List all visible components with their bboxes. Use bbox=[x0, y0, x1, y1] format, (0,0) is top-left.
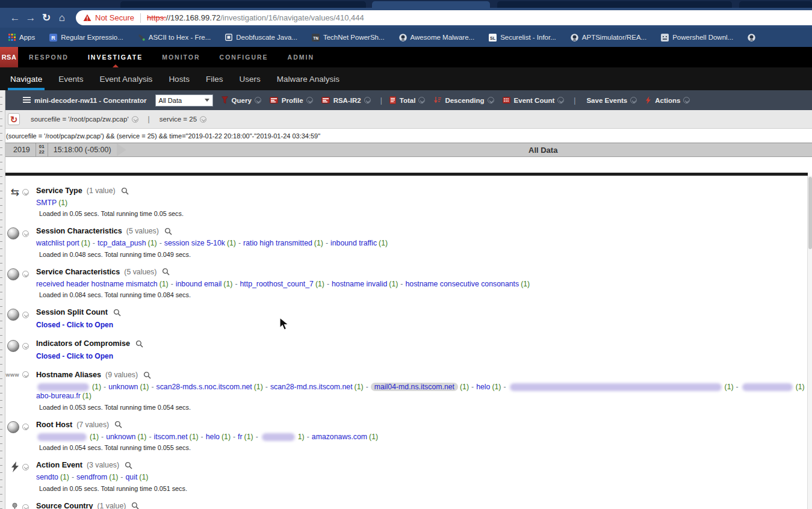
value-count[interactable]: (1) bbox=[92, 383, 101, 391]
meta-value-link[interactable]: inbound email bbox=[176, 280, 222, 288]
bookmark-item[interactable]: SLSecurelist - Infor... bbox=[489, 34, 556, 42]
browser-tab-active[interactable] bbox=[372, 1, 490, 8]
meta-value-link[interactable]: ratio high transmitted bbox=[243, 239, 312, 247]
meta-value-link[interactable]: fr bbox=[238, 433, 243, 441]
search-icon[interactable] bbox=[113, 309, 121, 316]
primary-nav-investigate[interactable]: INVESTIGATE bbox=[88, 47, 143, 67]
chevron-down-icon[interactable] bbox=[200, 116, 206, 123]
descending-button[interactable]: Descending bbox=[433, 96, 494, 104]
bookmark-item[interactable] bbox=[748, 34, 755, 42]
chevron-down-icon[interactable] bbox=[22, 230, 29, 237]
closed-click-to-open-link[interactable]: Closed - Click to Open bbox=[36, 352, 113, 360]
meta-group-title[interactable]: Session Split Count bbox=[36, 308, 108, 316]
meta-group-title[interactable]: Indicators of Compromise bbox=[36, 339, 130, 348]
meta-group-title[interactable]: Action Event bbox=[36, 461, 82, 469]
meta-value-link[interactable]: hostname invalid bbox=[332, 280, 387, 288]
redacted-value[interactable] bbox=[742, 383, 793, 391]
chevron-down-icon[interactable] bbox=[22, 371, 29, 378]
meta-group-title[interactable]: Service Characteristics bbox=[36, 268, 120, 276]
meta-value-link[interactable]: itscom.net bbox=[154, 433, 188, 441]
tab-hosts[interactable]: Hosts bbox=[169, 67, 190, 90]
chevron-down-icon[interactable] bbox=[630, 97, 637, 103]
primary-nav-respond[interactable]: RESPOND bbox=[29, 47, 69, 67]
refresh-button[interactable]: ↻ bbox=[8, 113, 20, 125]
chevron-down-icon[interactable] bbox=[255, 97, 261, 103]
value-count[interactable]: (1) bbox=[521, 280, 530, 288]
chevron-down-icon[interactable] bbox=[488, 97, 494, 103]
chevron-down-icon[interactable] bbox=[132, 116, 138, 123]
value-count[interactable]: (1) bbox=[492, 383, 501, 391]
tab-users[interactable]: Users bbox=[239, 67, 260, 90]
value-count[interactable]: (1) bbox=[369, 433, 378, 441]
query-filter[interactable]: sourcefile = '/root/pcap/zw.pcap' bbox=[31, 116, 138, 123]
browser-tab[interactable] bbox=[497, 1, 732, 8]
meta-value-link[interactable]: unknown bbox=[106, 433, 135, 441]
browser-tab[interactable] bbox=[120, 1, 366, 8]
query-filter[interactable]: service = 25 bbox=[160, 116, 206, 123]
value-count[interactable]: (1) bbox=[60, 473, 69, 481]
meta-value-link[interactable]: session size 5-10k bbox=[164, 239, 225, 247]
search-icon[interactable] bbox=[162, 268, 170, 276]
tab-malware-analysis[interactable]: Malware Analysis bbox=[277, 67, 339, 90]
meta-value-link[interactable]: mail04-md.ns.itscom.net bbox=[371, 383, 458, 391]
search-icon[interactable] bbox=[121, 187, 129, 195]
rsa-ir2-button[interactable]: RSA-IR2 bbox=[321, 97, 371, 104]
meta-value-link[interactable]: SMTP bbox=[36, 199, 57, 207]
value-count[interactable]: (1) bbox=[389, 280, 398, 288]
bookmark-item[interactable]: RRegular Expressio... bbox=[49, 34, 123, 42]
tab-events[interactable]: Events bbox=[58, 67, 83, 90]
chevron-down-icon[interactable] bbox=[306, 97, 313, 103]
meta-value-link[interactable]: http_roothost_count_7 bbox=[240, 280, 314, 288]
chevron-down-icon[interactable] bbox=[364, 97, 371, 103]
device-selector[interactable]: mini-decoder-nw11 - Concentrator bbox=[23, 97, 147, 104]
bookmark-item[interactable]: Awesome Malware... bbox=[399, 34, 475, 42]
home-icon[interactable]: ⌂ bbox=[54, 12, 70, 24]
value-count[interactable]: (1) bbox=[140, 383, 149, 391]
search-icon[interactable] bbox=[135, 340, 143, 348]
search-icon[interactable] bbox=[131, 502, 139, 509]
closed-click-to-open-link[interactable]: Closed - Click to Open bbox=[36, 321, 113, 329]
chevron-down-icon[interactable] bbox=[683, 97, 690, 103]
meta-value-link[interactable]: watchlist port bbox=[36, 239, 79, 247]
value-count[interactable]: (1) bbox=[244, 433, 253, 441]
save-events-button[interactable]: Save Events bbox=[583, 97, 637, 104]
search-icon[interactable] bbox=[125, 461, 132, 469]
value-count[interactable]: (1) bbox=[254, 383, 263, 391]
total-button[interactable]: Total bbox=[389, 96, 426, 104]
meta-value-link[interactable]: sendfrom bbox=[76, 473, 107, 481]
vertical-scrollbar[interactable] bbox=[807, 176, 812, 509]
chevron-down-icon[interactable] bbox=[557, 97, 564, 103]
primary-nav-monitor[interactable]: MONITOR bbox=[162, 47, 200, 67]
chevron-down-icon[interactable] bbox=[22, 189, 29, 196]
chevron-down-icon[interactable] bbox=[22, 464, 29, 470]
meta-group-title[interactable]: Hostname Aliases bbox=[36, 371, 101, 379]
meta-group-title[interactable]: Session Characteristics bbox=[36, 227, 122, 235]
value-count[interactable]: (1) bbox=[460, 383, 469, 391]
value-count[interactable]: (1) bbox=[355, 383, 364, 391]
value-count[interactable]: (1) bbox=[314, 239, 323, 247]
chevron-down-icon[interactable] bbox=[22, 504, 29, 509]
time-range-select[interactable]: All Data bbox=[155, 94, 213, 106]
meta-value-link[interactable]: inbound traffic bbox=[330, 239, 377, 247]
search-icon[interactable] bbox=[164, 227, 172, 235]
value-count[interactable]: (1) bbox=[227, 239, 236, 247]
value-count[interactable]: (1) bbox=[148, 239, 157, 247]
meta-value-link[interactable]: received header hostname mismatch bbox=[36, 280, 158, 288]
meta-value-link[interactable]: abo-bureau.fr bbox=[36, 392, 81, 400]
address-bar[interactable]: Not Secure https://192.168.99.72/investi… bbox=[76, 10, 812, 25]
forward-icon[interactable]: → bbox=[23, 12, 39, 24]
chevron-down-icon[interactable] bbox=[22, 424, 29, 430]
value-count[interactable]: (1) bbox=[796, 383, 805, 391]
meta-group-title[interactable]: Source Country bbox=[36, 502, 93, 509]
scrollbar-thumb[interactable] bbox=[808, 177, 812, 249]
query-button[interactable]: Query bbox=[222, 96, 261, 104]
timeline-header[interactable]: 2019 01 22 15:18:00 (-05:00) All Data bbox=[0, 143, 812, 157]
redacted-value[interactable] bbox=[37, 433, 87, 441]
redacted-value[interactable] bbox=[37, 383, 89, 391]
bookmark-item[interactable]: Powershell Downl... bbox=[661, 34, 733, 42]
search-icon[interactable] bbox=[143, 371, 151, 379]
redacted-value[interactable] bbox=[510, 383, 722, 391]
value-count[interactable]: 1) bbox=[298, 433, 305, 441]
meta-group-title[interactable]: Service Type bbox=[36, 187, 82, 195]
tab-navigate[interactable]: Navigate bbox=[10, 67, 42, 90]
